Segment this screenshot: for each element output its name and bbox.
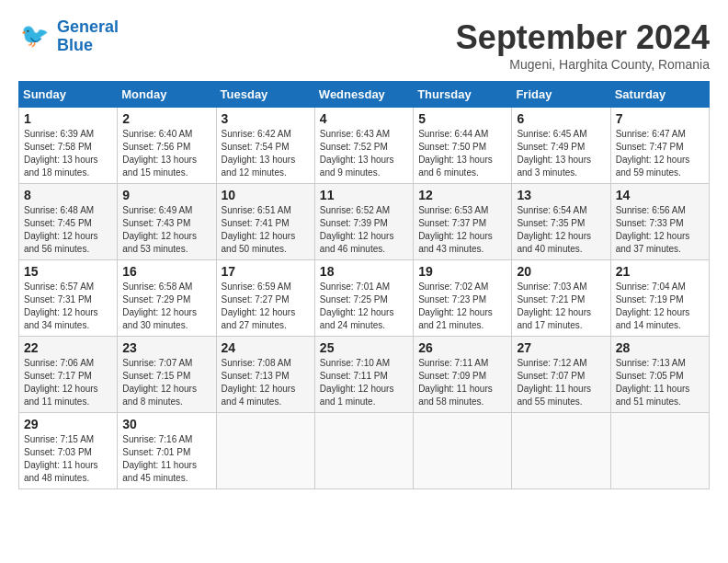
calendar-cell (610, 413, 709, 489)
calendar-cell: 25 Sunrise: 7:10 AM Sunset: 7:11 PM Dayl… (314, 337, 413, 413)
calendar-cell (414, 413, 512, 489)
day-of-week-header: Monday (118, 82, 216, 108)
calendar-cell: 3 Sunrise: 6:42 AM Sunset: 7:54 PM Dayli… (216, 108, 314, 184)
calendar-cell: 11 Sunrise: 6:52 AM Sunset: 7:39 PM Dayl… (314, 184, 413, 260)
calendar-table: SundayMondayTuesdayWednesdayThursdayFrid… (18, 81, 710, 489)
calendar-cell (512, 413, 610, 489)
day-number: 18 (320, 264, 408, 279)
day-info: Sunrise: 6:40 AM Sunset: 7:56 PM Dayligh… (122, 128, 210, 179)
day-of-week-header: Sunday (19, 82, 118, 108)
calendar-cell: 24 Sunrise: 7:08 AM Sunset: 7:13 PM Dayl… (216, 337, 314, 413)
day-info: Sunrise: 7:12 AM Sunset: 7:07 PM Dayligh… (517, 357, 605, 408)
day-info: Sunrise: 6:44 AM Sunset: 7:50 PM Dayligh… (418, 128, 506, 179)
calendar-cell: 7 Sunrise: 6:47 AM Sunset: 7:47 PM Dayli… (610, 108, 709, 184)
day-number: 23 (122, 340, 210, 355)
day-number: 30 (122, 417, 210, 431)
calendar-cell: 6 Sunrise: 6:45 AM Sunset: 7:49 PM Dayli… (512, 108, 610, 184)
day-number: 11 (320, 188, 408, 202)
day-info: Sunrise: 7:01 AM Sunset: 7:25 PM Dayligh… (320, 281, 408, 332)
day-info: Sunrise: 6:42 AM Sunset: 7:54 PM Dayligh… (222, 128, 310, 179)
day-number: 21 (616, 264, 704, 279)
logo: 🐦 General Blue (18, 18, 119, 55)
day-info: Sunrise: 6:53 AM Sunset: 7:37 PM Dayligh… (418, 204, 506, 256)
day-info: Sunrise: 7:06 AM Sunset: 7:17 PM Dayligh… (24, 357, 112, 408)
calendar-cell: 26 Sunrise: 7:11 AM Sunset: 7:09 PM Dayl… (414, 337, 512, 413)
calendar-cell (314, 413, 413, 489)
calendar-cell: 8 Sunrise: 6:48 AM Sunset: 7:45 PM Dayli… (19, 184, 118, 260)
day-info: Sunrise: 6:43 AM Sunset: 7:52 PM Dayligh… (320, 128, 408, 179)
day-number: 5 (418, 111, 506, 126)
day-info: Sunrise: 6:56 AM Sunset: 7:33 PM Dayligh… (616, 204, 704, 256)
day-number: 6 (517, 111, 605, 126)
day-info: Sunrise: 6:47 AM Sunset: 7:47 PM Dayligh… (616, 128, 704, 179)
calendar-cell (216, 413, 314, 489)
page-header: 🐦 General Blue September 2024 Mugeni, Ha… (18, 18, 710, 72)
day-info: Sunrise: 6:52 AM Sunset: 7:39 PM Dayligh… (320, 204, 408, 256)
calendar-cell: 1 Sunrise: 6:39 AM Sunset: 7:58 PM Dayli… (19, 108, 118, 184)
day-of-week-header: Friday (512, 82, 610, 108)
day-number: 12 (418, 188, 506, 202)
calendar-cell: 22 Sunrise: 7:06 AM Sunset: 7:17 PM Dayl… (19, 337, 118, 413)
day-number: 14 (616, 188, 704, 202)
day-number: 3 (222, 111, 310, 126)
day-number: 16 (122, 264, 210, 279)
day-number: 1 (24, 111, 112, 126)
day-info: Sunrise: 6:51 AM Sunset: 7:41 PM Dayligh… (222, 204, 310, 256)
day-number: 29 (24, 417, 112, 431)
svg-text:🐦: 🐦 (20, 21, 50, 50)
calendar-cell: 23 Sunrise: 7:07 AM Sunset: 7:15 PM Dayl… (118, 337, 216, 413)
calendar-cell: 4 Sunrise: 6:43 AM Sunset: 7:52 PM Dayli… (314, 108, 413, 184)
day-of-week-header: Thursday (414, 82, 512, 108)
day-info: Sunrise: 6:57 AM Sunset: 7:31 PM Dayligh… (24, 281, 112, 332)
day-number: 10 (222, 188, 310, 202)
calendar-cell: 17 Sunrise: 6:59 AM Sunset: 7:27 PM Dayl… (216, 260, 314, 337)
calendar-cell: 20 Sunrise: 7:03 AM Sunset: 7:21 PM Dayl… (512, 260, 610, 337)
day-info: Sunrise: 6:49 AM Sunset: 7:43 PM Dayligh… (122, 204, 210, 256)
calendar-cell: 5 Sunrise: 6:44 AM Sunset: 7:50 PM Dayli… (414, 108, 512, 184)
day-info: Sunrise: 7:03 AM Sunset: 7:21 PM Dayligh… (517, 281, 605, 332)
day-number: 22 (24, 340, 112, 355)
calendar-cell: 19 Sunrise: 7:02 AM Sunset: 7:23 PM Dayl… (414, 260, 512, 337)
logo-text: General Blue (57, 18, 119, 55)
day-number: 4 (320, 111, 408, 126)
day-number: 7 (616, 111, 704, 126)
day-of-week-header: Tuesday (216, 82, 314, 108)
location: Mugeni, Harghita County, Romania (456, 57, 710, 72)
day-info: Sunrise: 7:13 AM Sunset: 7:05 PM Dayligh… (616, 357, 704, 408)
day-info: Sunrise: 7:08 AM Sunset: 7:13 PM Dayligh… (222, 357, 310, 408)
day-number: 9 (122, 188, 210, 202)
day-info: Sunrise: 7:16 AM Sunset: 7:01 PM Dayligh… (122, 433, 210, 485)
day-number: 13 (517, 188, 605, 202)
day-number: 15 (24, 264, 112, 279)
day-number: 27 (517, 340, 605, 355)
day-number: 2 (122, 111, 210, 126)
day-info: Sunrise: 7:07 AM Sunset: 7:15 PM Dayligh… (122, 357, 210, 408)
calendar-cell: 28 Sunrise: 7:13 AM Sunset: 7:05 PM Dayl… (610, 337, 709, 413)
calendar-cell: 16 Sunrise: 6:58 AM Sunset: 7:29 PM Dayl… (118, 260, 216, 337)
title-block: September 2024 Mugeni, Harghita County, … (456, 18, 710, 72)
calendar-cell: 30 Sunrise: 7:16 AM Sunset: 7:01 PM Dayl… (118, 413, 216, 489)
calendar-cell: 13 Sunrise: 6:54 AM Sunset: 7:35 PM Dayl… (512, 184, 610, 260)
day-number: 8 (24, 188, 112, 202)
logo-icon: 🐦 (18, 20, 51, 53)
calendar-cell: 10 Sunrise: 6:51 AM Sunset: 7:41 PM Dayl… (216, 184, 314, 260)
day-number: 19 (418, 264, 506, 279)
calendar-cell: 21 Sunrise: 7:04 AM Sunset: 7:19 PM Dayl… (610, 260, 709, 337)
day-number: 25 (320, 340, 408, 355)
day-number: 20 (517, 264, 605, 279)
calendar-cell: 15 Sunrise: 6:57 AM Sunset: 7:31 PM Dayl… (19, 260, 118, 337)
day-number: 28 (616, 340, 704, 355)
day-number: 17 (222, 264, 310, 279)
day-info: Sunrise: 7:10 AM Sunset: 7:11 PM Dayligh… (320, 357, 408, 408)
day-info: Sunrise: 6:54 AM Sunset: 7:35 PM Dayligh… (517, 204, 605, 256)
day-number: 26 (418, 340, 506, 355)
calendar-cell: 2 Sunrise: 6:40 AM Sunset: 7:56 PM Dayli… (118, 108, 216, 184)
calendar-cell: 29 Sunrise: 7:15 AM Sunset: 7:03 PM Dayl… (19, 413, 118, 489)
month-title: September 2024 (456, 18, 710, 57)
day-info: Sunrise: 7:04 AM Sunset: 7:19 PM Dayligh… (616, 281, 704, 332)
day-number: 24 (222, 340, 310, 355)
day-info: Sunrise: 6:48 AM Sunset: 7:45 PM Dayligh… (24, 204, 112, 256)
calendar-cell: 18 Sunrise: 7:01 AM Sunset: 7:25 PM Dayl… (314, 260, 413, 337)
calendar-cell: 9 Sunrise: 6:49 AM Sunset: 7:43 PM Dayli… (118, 184, 216, 260)
day-info: Sunrise: 6:59 AM Sunset: 7:27 PM Dayligh… (222, 281, 310, 332)
